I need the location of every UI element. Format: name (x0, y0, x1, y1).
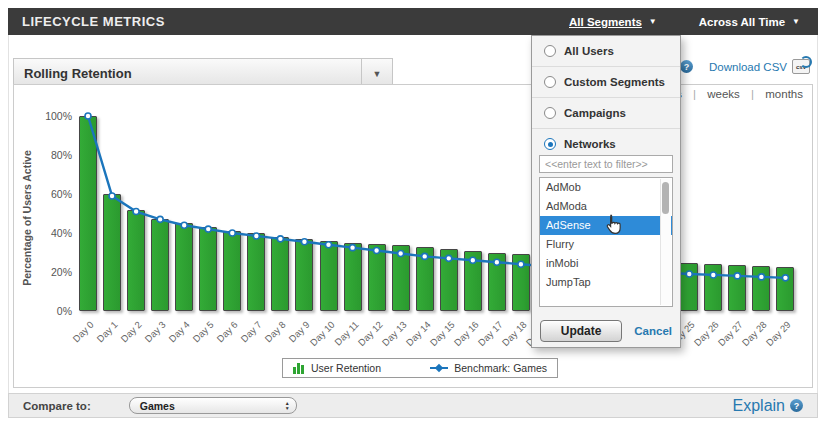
network-filter-input[interactable] (539, 155, 673, 173)
y-axis-tick: 100% (14, 110, 72, 122)
retention-bar[interactable] (103, 194, 121, 311)
retention-bar[interactable] (344, 243, 362, 311)
compare-selected-value: Games (140, 400, 175, 412)
retention-bar[interactable] (223, 231, 241, 311)
page-header: LIFECYCLE METRICS All Segments ▼ Across … (8, 8, 818, 35)
retention-bar[interactable] (776, 267, 794, 311)
widget-title: Rolling Retention (14, 66, 132, 81)
header-controls: All Segments ▼ Across All Time ▼ (569, 16, 800, 28)
plot-area: Day 0Day 1Day 2Day 3Day 4Day 5Day 6Day 7… (14, 85, 812, 387)
chevron-down-icon: ▼ (792, 17, 800, 26)
lifecycle-metrics-page: LIFECYCLE METRICS All Segments ▼ Across … (0, 0, 826, 432)
page-title: LIFECYCLE METRICS (22, 14, 165, 29)
y-axis-tick: 60% (14, 188, 72, 200)
retention-bar[interactable] (151, 219, 169, 311)
time-range-label: Across All Time (699, 16, 785, 28)
retention-bar[interactable] (704, 264, 722, 311)
help-icon: ? (680, 60, 693, 73)
legend-user-retention: User Retention (293, 362, 381, 374)
retention-bar[interactable] (175, 223, 193, 311)
bar-chart-icon (293, 362, 305, 374)
download-csv-link[interactable]: Download CSV csv (709, 59, 810, 74)
segments-popup: All Users Custom Segments Campaigns Netw… (531, 35, 681, 348)
legend-user-retention-label: User Retention (311, 362, 381, 374)
cancel-link[interactable]: Cancel (634, 325, 672, 337)
retention-bar[interactable] (295, 239, 313, 311)
segment-option-label: Networks (564, 138, 616, 150)
legend-benchmark-label: Benchmark: Games (454, 362, 547, 374)
y-axis-tick: 80% (14, 149, 72, 161)
compare-to-label: Compare to: (23, 400, 91, 412)
retention-bar[interactable] (127, 210, 145, 311)
explain-link-bottom[interactable]: Explain ? (733, 397, 803, 415)
list-scrollbar[interactable] (660, 179, 671, 305)
benchmark-diamond-icon (430, 363, 448, 373)
chevron-down-icon: ▼ (373, 69, 382, 79)
segment-option-networks[interactable]: Networks (532, 129, 680, 155)
segments-dropdown-label: All Segments (569, 16, 642, 28)
network-item-selected[interactable]: AdSense (540, 216, 672, 235)
segments-dropdown[interactable]: All Segments ▼ (569, 16, 657, 28)
chevron-down-icon: ▼ (649, 17, 657, 26)
radio-checked-icon[interactable] (544, 138, 556, 150)
select-stepper-icon: ▲▼ (285, 401, 290, 410)
chart-legend: User Retention Benchmark: Games (282, 358, 558, 378)
retention-bar[interactable] (680, 263, 698, 311)
compare-bar: Compare to: Games ▲▼ Explain ? (8, 393, 818, 418)
retention-bar[interactable] (512, 254, 530, 311)
segment-option-label: Campaigns (564, 107, 626, 119)
retention-bar[interactable] (271, 237, 289, 311)
retention-bar[interactable] (392, 245, 410, 311)
network-item[interactable]: AdMob (540, 178, 672, 197)
segment-option-campaigns[interactable]: Campaigns (532, 98, 680, 129)
retention-bar[interactable] (247, 233, 265, 311)
segment-option-all-users[interactable]: All Users (532, 36, 680, 67)
retention-chart: days | weeks | months Percentage of User… (13, 84, 813, 388)
time-range-dropdown[interactable]: Across All Time ▼ (699, 16, 800, 28)
retention-bar[interactable] (79, 116, 97, 311)
csv-file-icon: csv (792, 59, 810, 74)
network-item[interactable]: AdModa (540, 197, 672, 216)
radio-icon[interactable] (544, 76, 556, 88)
y-axis-tick: 0% (14, 305, 72, 317)
retention-bar[interactable] (368, 244, 386, 311)
retention-bar[interactable] (464, 251, 482, 311)
network-item[interactable]: JumpTap (540, 273, 672, 292)
scrollbar-thumb[interactable] (662, 182, 669, 214)
update-button[interactable]: Update (540, 320, 622, 342)
retention-bar[interactable] (752, 266, 770, 311)
segment-option-custom-segments[interactable]: Custom Segments (532, 67, 680, 98)
help-icon: ? (790, 399, 803, 412)
y-axis-tick: 40% (14, 227, 72, 239)
radio-icon[interactable] (544, 45, 556, 57)
retention-bar[interactable] (488, 253, 506, 312)
retention-bar[interactable] (199, 227, 217, 311)
radio-icon[interactable] (544, 107, 556, 119)
network-list: AdMob AdModa AdSense Flurry inMobi JumpT… (539, 177, 673, 307)
y-axis-tick: 20% (14, 266, 72, 278)
download-csv-label: Download CSV (709, 61, 787, 73)
popup-footer: Update Cancel (532, 310, 680, 347)
network-item[interactable]: Flurry (540, 235, 672, 254)
explain-link-label: Explain (733, 397, 785, 415)
segment-option-label: Custom Segments (564, 76, 665, 88)
legend-benchmark: Benchmark: Games (430, 362, 547, 374)
retention-bar[interactable] (728, 265, 746, 311)
network-item[interactable]: inMobi (540, 254, 672, 273)
compare-select[interactable]: Games ▲▼ (129, 397, 297, 414)
retention-bar[interactable] (320, 241, 338, 311)
retention-bar[interactable] (416, 247, 434, 311)
segment-option-label: All Users (564, 45, 614, 57)
retention-bar[interactable] (440, 249, 458, 311)
